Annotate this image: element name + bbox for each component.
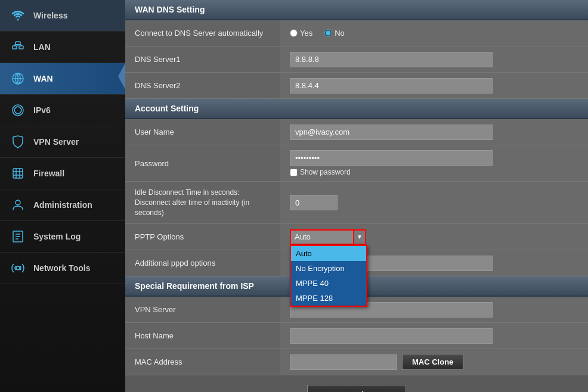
mac-address-label: MAC Address	[125, 349, 280, 375]
ipv6-icon	[10, 102, 26, 119]
dns-no-label[interactable]: No	[324, 29, 345, 38]
mac-address-row: MAC Address MAC Clone	[125, 349, 588, 375]
pptp-dropdown-arrow: ▼	[353, 229, 366, 245]
host-name-label: Host Name	[125, 323, 280, 349]
sidebar-item-wireless-label: Wireless	[33, 11, 67, 20]
sidebar-item-wan[interactable]: WAN	[0, 63, 125, 95]
host-name-row: Host Name	[125, 323, 588, 349]
password-label: Password	[125, 145, 280, 181]
main-content: WAN DNS Setting Connect to DNS Server au…	[125, 0, 588, 392]
username-label: User Name	[125, 119, 280, 145]
dns1-input[interactable]	[290, 52, 493, 67]
dns-yes-radio[interactable]	[290, 29, 298, 37]
sidebar-item-administration-label: Administration	[33, 200, 92, 210]
firewall-icon	[10, 165, 26, 182]
pptp-row: PPTP Options Auto ▼ Auto No Encryption M…	[125, 224, 588, 250]
sidebar-item-network-tools[interactable]: Network Tools	[0, 253, 125, 284]
sidebar-item-ipv6[interactable]: IPv6	[0, 95, 125, 126]
svg-point-18	[16, 200, 20, 205]
sidebar-item-ipv6-label: IPv6	[33, 105, 51, 115]
wireless-icon	[10, 7, 26, 24]
dns1-row: DNS Server1	[125, 46, 588, 73]
show-password-checkbox[interactable]	[290, 169, 298, 176]
sidebar-item-firewall-label: Firewall	[33, 169, 64, 178]
dns1-label: DNS Server1	[125, 46, 280, 72]
username-control	[280, 120, 588, 145]
pptp-dropdown-container: Auto ▼ Auto No Encryption MPPE 40 MPPE 1…	[290, 229, 366, 245]
dns2-input[interactable]	[290, 78, 493, 94]
svg-rect-13	[13, 169, 23, 178]
administration-icon	[10, 197, 26, 213]
pptp-option-mppe40[interactable]: MPPE 40	[291, 276, 366, 291]
sidebar-item-vpn-server[interactable]: VPN Server	[0, 126, 125, 158]
sidebar-item-firewall[interactable]: Firewall	[0, 158, 125, 189]
password-control: Show password	[280, 145, 588, 181]
idle-control	[280, 190, 588, 215]
password-input[interactable]	[290, 150, 493, 166]
host-name-control	[280, 323, 588, 349]
mac-address-control: MAC Clone	[280, 349, 588, 375]
apply-row: Apply	[125, 375, 588, 392]
svg-point-23	[16, 266, 20, 270]
dns2-row: DNS Server2	[125, 73, 588, 99]
username-input[interactable]	[290, 125, 493, 140]
sidebar-item-system-log-label: System Log	[33, 232, 81, 241]
wan-dns-form: Connect to DNS Server automatically Yes …	[125, 20, 588, 99]
dns-connect-control: Yes No	[280, 24, 588, 42]
vpn-server-label: VPN Server	[125, 297, 280, 322]
sidebar-item-wan-label: WAN	[33, 74, 53, 83]
dns-no-radio[interactable]	[324, 29, 332, 37]
pptp-label: PPTP Options	[125, 224, 280, 250]
sidebar-item-system-log[interactable]: System Log	[0, 221, 125, 253]
apply-button[interactable]: Apply	[307, 385, 406, 392]
svg-point-0	[17, 19, 19, 21]
dns1-control	[280, 47, 588, 72]
pptp-option-no-encryption[interactable]: No Encryption	[291, 261, 366, 276]
show-password-label[interactable]: Show password	[290, 168, 351, 176]
mac-address-input[interactable]	[290, 354, 397, 370]
sidebar: Wireless LAN WAN	[0, 0, 125, 392]
sidebar-item-vpn-server-label: VPN Server	[33, 137, 79, 147]
password-row: Password Show password	[125, 145, 588, 182]
pptp-option-mppe128[interactable]: MPPE 128	[291, 291, 366, 306]
dns-connect-row: Connect to DNS Server automatically Yes …	[125, 20, 588, 46]
account-section-header: Account Setting	[125, 99, 588, 119]
dns2-control	[280, 73, 588, 98]
sidebar-item-network-tools-label: Network Tools	[33, 263, 90, 273]
idle-row: Idle Disconnect Time in seconds: Disconn…	[125, 182, 588, 224]
wan-icon	[10, 70, 26, 87]
wan-dns-section-header: WAN DNS Setting	[125, 0, 588, 20]
pptp-control: Auto ▼ Auto No Encryption MPPE 40 MPPE 1…	[280, 225, 588, 250]
isp-form: VPN Server Host Name MAC Address MAC Clo…	[125, 297, 588, 375]
dns-connect-label: Connect to DNS Server automatically	[125, 20, 280, 46]
network-tools-icon	[10, 260, 26, 276]
svg-rect-1	[13, 46, 17, 49]
idle-label: Idle Disconnect Time in seconds: Disconn…	[125, 182, 280, 223]
vpn-server-icon	[10, 133, 26, 150]
idle-input[interactable]	[290, 195, 338, 210]
pptp-option-auto[interactable]: Auto	[291, 246, 366, 261]
mac-clone-button[interactable]: MAC Clone	[402, 354, 463, 370]
system-log-icon	[10, 228, 26, 245]
lan-icon	[10, 39, 26, 55]
svg-rect-2	[19, 46, 23, 49]
account-form: User Name Password Show password Idle Di…	[125, 119, 588, 276]
pptp-dropdown-list: Auto No Encryption MPPE 40 MPPE 128	[290, 245, 367, 307]
sidebar-item-administration[interactable]: Administration	[0, 189, 125, 221]
sidebar-item-lan-label: LAN	[33, 42, 51, 52]
username-row: User Name	[125, 119, 588, 145]
dns-yes-label[interactable]: Yes	[290, 29, 312, 38]
dns2-label: DNS Server2	[125, 73, 280, 98]
host-name-input[interactable]	[290, 328, 493, 344]
sidebar-item-lan[interactable]: LAN	[0, 32, 125, 63]
sidebar-item-wireless[interactable]: Wireless	[0, 0, 125, 32]
additional-label: Additional pppd options	[125, 250, 280, 276]
